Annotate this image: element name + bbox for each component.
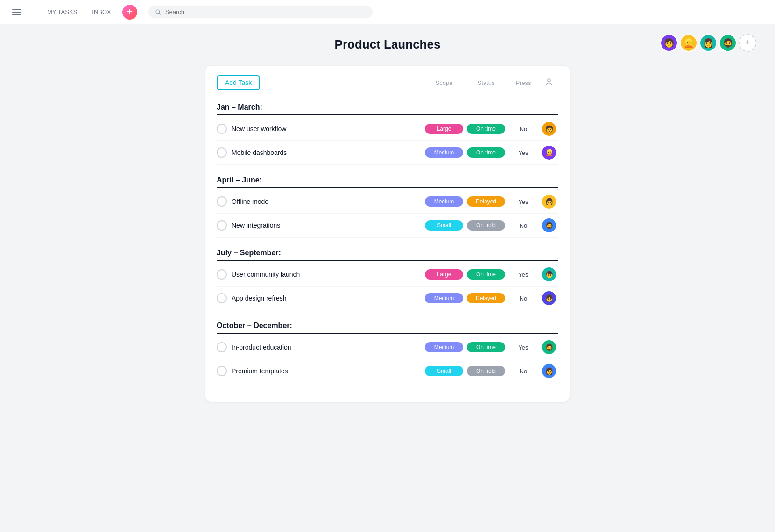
section-1: April – June:Offline modeMediumDelayedYe…	[217, 170, 558, 243]
table-row: Offline modeMediumDelayedYes👩	[217, 190, 558, 214]
sections-container: Jan – March:New user workflowLargeOn tim…	[217, 98, 558, 389]
scope-badge[interactable]: Medium	[425, 147, 463, 158]
avatar[interactable]: 🧔	[542, 340, 556, 354]
status-badge[interactable]: Delayed	[467, 196, 505, 207]
status-badge[interactable]: On time	[467, 147, 505, 158]
assignee-cell: 👦	[540, 267, 558, 281]
scope-badge[interactable]: Large	[425, 124, 463, 134]
assignee-cell: 👩	[540, 364, 558, 378]
status-badge[interactable]: On time	[467, 342, 505, 352]
press-cell: No	[507, 126, 540, 133]
assignee-cell: 🧔	[540, 218, 558, 232]
person-icon	[545, 78, 553, 86]
status-cell: On time	[465, 269, 507, 280]
task-columns: SmallOn holdNo🧔	[423, 218, 558, 232]
scope-badge[interactable]: Small	[425, 220, 463, 231]
nav-inbox[interactable]: INBOX	[88, 7, 114, 17]
task-name: Premium templates	[232, 367, 418, 375]
scope-cell: Large	[423, 124, 465, 134]
status-badge[interactable]: On hold	[467, 366, 505, 376]
section-divider-1	[217, 187, 558, 188]
task-name: New integrations	[232, 222, 418, 229]
section-title-0: Jan – March:	[217, 103, 262, 112]
task-check-circle[interactable]	[217, 220, 227, 231]
assignee-cell: 👩	[540, 195, 558, 209]
task-check-circle[interactable]	[217, 293, 227, 303]
table-row: App design refreshMediumDelayedNo👧	[217, 287, 558, 310]
scope-badge[interactable]: Medium	[425, 196, 463, 207]
add-button[interactable]: +	[122, 5, 137, 20]
task-check-circle[interactable]	[217, 342, 227, 352]
avatar[interactable]: 🧔	[542, 218, 556, 232]
avatar-4[interactable]: 🧔	[719, 34, 737, 52]
task-name: User community launch	[232, 271, 418, 278]
status-badge[interactable]: Delayed	[467, 293, 505, 303]
svg-line-1	[159, 13, 161, 14]
scope-badge[interactable]: Large	[425, 269, 463, 280]
avatar-3[interactable]: 👩	[699, 34, 717, 52]
task-check-circle[interactable]	[217, 269, 227, 280]
section-title-1: April – June:	[217, 176, 262, 184]
task-columns: LargeOn timeNo🧑	[423, 122, 558, 136]
task-check-circle[interactable]	[217, 196, 227, 207]
avatar[interactable]: 👦	[542, 267, 556, 281]
table-row: Mobile dashboardsMediumOn timeYes👱	[217, 141, 558, 165]
scope-badge[interactable]: Small	[425, 366, 463, 376]
card-toolbar: Add Task Scope Status Press	[217, 75, 558, 90]
svg-point-2	[548, 79, 550, 82]
section-title-row-2: July – September:	[217, 243, 558, 260]
task-check-circle[interactable]	[217, 147, 227, 158]
avatar-2[interactable]: 👱	[680, 34, 698, 52]
task-name: Mobile dashboards	[232, 149, 418, 156]
task-name: App design refresh	[232, 294, 418, 302]
page-title: Product Launches	[335, 37, 441, 52]
section-title-2: July – September:	[217, 249, 281, 257]
task-name: New user workflow	[232, 125, 418, 133]
avatar[interactable]: 👩	[542, 195, 556, 209]
search-bar	[148, 6, 373, 18]
avatar[interactable]: 👩	[542, 364, 556, 378]
scope-badge[interactable]: Medium	[425, 342, 463, 352]
scope-cell: Medium	[423, 196, 465, 207]
avatar[interactable]: 👱	[542, 146, 556, 160]
status-badge[interactable]: On time	[467, 124, 505, 134]
press-cell: No	[507, 295, 540, 302]
scope-cell: Large	[423, 269, 465, 280]
section-divider-0	[217, 114, 558, 115]
person-column-header	[540, 78, 558, 88]
section-title-row-3: October – December:	[217, 316, 558, 333]
status-cell: On time	[465, 147, 507, 158]
status-cell: Delayed	[465, 293, 507, 303]
task-check-circle[interactable]	[217, 366, 227, 376]
scope-cell: Medium	[423, 342, 465, 352]
status-badge[interactable]: On hold	[467, 220, 505, 231]
nav-divider	[34, 5, 34, 20]
hamburger-menu-icon[interactable]	[9, 6, 24, 18]
task-name: Offline mode	[232, 198, 418, 205]
avatar[interactable]: 👧	[542, 291, 556, 305]
avatar-1[interactable]: 🧑	[660, 34, 678, 52]
nav-my-tasks[interactable]: MY TASKS	[43, 7, 81, 17]
scope-column-header: Scope	[423, 79, 465, 86]
task-columns: MediumDelayedYes👩	[423, 195, 558, 209]
section-2: July – September:User community launchLa…	[217, 243, 558, 316]
section-title-row-0: Jan – March:	[217, 98, 558, 114]
add-task-button[interactable]: Add Task	[217, 75, 260, 90]
scope-cell: Small	[423, 366, 465, 376]
table-row: Premium templatesSmallOn holdNo👩	[217, 359, 558, 383]
add-member-button[interactable]: +	[739, 34, 756, 52]
avatar[interactable]: 🧑	[542, 122, 556, 136]
assignee-cell: 🧔	[540, 340, 558, 354]
task-columns: LargeOn timeYes👦	[423, 267, 558, 281]
scope-badge[interactable]: Medium	[425, 293, 463, 303]
scope-cell: Medium	[423, 147, 465, 158]
page-header: Product Launches 🧑 👱 👩 🧔 +	[0, 24, 775, 61]
search-input[interactable]	[165, 8, 366, 15]
status-cell: On time	[465, 342, 507, 352]
section-title-row-1: April – June:	[217, 170, 558, 187]
status-badge[interactable]: On time	[467, 269, 505, 280]
column-headers: Scope Status Press	[423, 78, 558, 88]
task-columns: MediumDelayedNo👧	[423, 291, 558, 305]
task-check-circle[interactable]	[217, 124, 227, 134]
table-row: New integrationsSmallOn holdNo🧔	[217, 214, 558, 238]
